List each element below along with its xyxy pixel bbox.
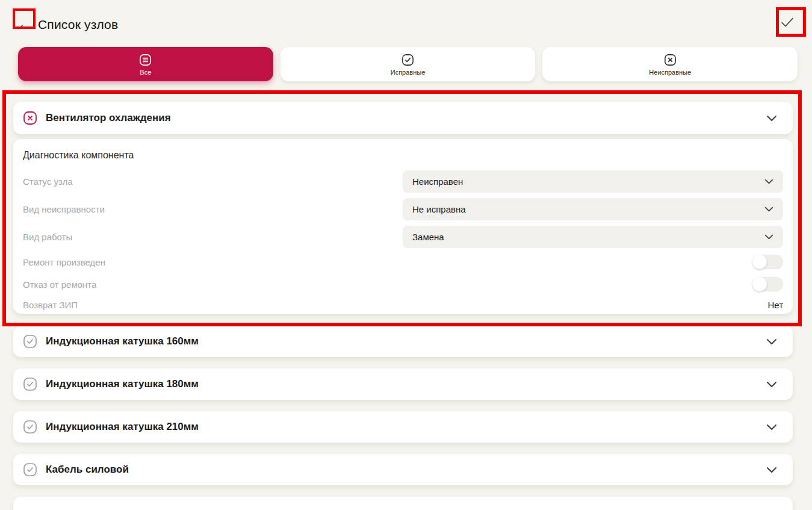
field-row-repair-done: Ремонт произведен [23, 253, 783, 270]
status-dropdown[interactable]: Неисправен [403, 170, 783, 193]
accordion-item-title: Кабель силовой [46, 464, 766, 476]
field-label: Вид неисправности [23, 204, 403, 214]
field-label: Ремонт произведен [23, 257, 752, 267]
accordion-item-title: Индукционная катушка 180мм [46, 378, 766, 390]
tab-faulty[interactable]: Неисправные [542, 47, 798, 81]
accordion-item-power-cable[interactable]: Кабель силовой [13, 454, 793, 485]
status-ok-icon [23, 334, 37, 349]
fault-type-dropdown[interactable]: Не исправна [403, 198, 783, 220]
accordion-item-coil-210[interactable]: Индукционная катушка 210мм [13, 411, 793, 443]
accordion-item-partial[interactable] [13, 497, 793, 510]
chevron-down-icon [766, 338, 777, 345]
back-button[interactable]: ← [17, 16, 36, 34]
field-row-repair-refused: Отказ от ремонта [23, 276, 783, 293]
field-label: Возврат ЗИП [23, 300, 767, 310]
diagnostics-panel: Диагностика компонента Статус узла Неисп… [13, 139, 793, 314]
field-row-zip-return: Возврат ЗИП Нет [23, 297, 783, 312]
dropdown-value: Неисправен [412, 176, 764, 187]
toggle-knob [752, 277, 767, 291]
accordion-item-fan[interactable]: Вентилятор охлаждения [13, 102, 793, 134]
tab-faulty-label: Неисправные [649, 69, 691, 76]
accordion-item-title: Индукционная катушка 160мм [46, 335, 766, 347]
dropdown-value: Замена [412, 232, 764, 242]
chevron-down-icon [764, 207, 773, 212]
field-row-fault-type: Вид неисправности Не исправна [23, 198, 783, 220]
dropdown-value: Не исправна [412, 204, 764, 214]
chevron-down-icon [764, 234, 773, 240]
node-list-screen: { "header": { "title": "Список узлов" },… [0, 0, 812, 510]
confirm-button[interactable] [776, 13, 798, 31]
page-title: Список узлов [38, 17, 118, 32]
field-label: Вид работы [23, 232, 403, 242]
accordion-item-coil-180[interactable]: Индукционная катушка 180мм [13, 369, 793, 400]
field-label: Статус узла [23, 176, 403, 187]
toggle-knob [752, 255, 767, 269]
repair-refused-toggle[interactable] [752, 277, 783, 291]
tab-all[interactable]: Все [18, 47, 273, 81]
chevron-down-icon [766, 424, 777, 431]
accordion-item-coil-160[interactable]: Индукционная катушка 160мм [13, 326, 793, 357]
accordion-item-title: Вентилятор охлаждения [46, 112, 766, 124]
field-row-work-type: Вид работы Замена [23, 226, 783, 248]
status-ok-icon [23, 377, 37, 391]
work-type-dropdown[interactable]: Замена [403, 226, 783, 248]
zip-return-value: Нет [767, 300, 783, 310]
confirm-check-icon [779, 16, 795, 29]
status-ok-icon [23, 420, 37, 434]
back-arrow-icon: ← [17, 15, 33, 33]
tab-healthy-label: Исправные [391, 69, 426, 76]
field-label: Отказ от ремонта [23, 279, 752, 290]
chevron-down-icon [764, 179, 773, 184]
chevron-down-icon [766, 115, 777, 122]
cross-square-icon [663, 53, 677, 67]
accordion-item-title: Индукционная катушка 210мм [46, 421, 766, 433]
status-fault-icon [23, 111, 37, 125]
chevron-down-icon [766, 381, 777, 388]
repair-done-toggle[interactable] [752, 255, 783, 269]
panel-title: Диагностика компонента [23, 150, 783, 161]
tab-all-label: Все [140, 69, 151, 76]
filter-tabs: Все Исправные Неисправные [18, 47, 798, 81]
chevron-down-icon [766, 467, 777, 473]
tab-healthy[interactable]: Исправные [280, 47, 536, 81]
header: ← Список узлов [0, 0, 812, 37]
status-ok-icon [23, 462, 37, 477]
list-icon [138, 53, 152, 67]
check-square-icon [401, 53, 415, 67]
field-row-status: Статус узла Неисправен [23, 170, 783, 193]
